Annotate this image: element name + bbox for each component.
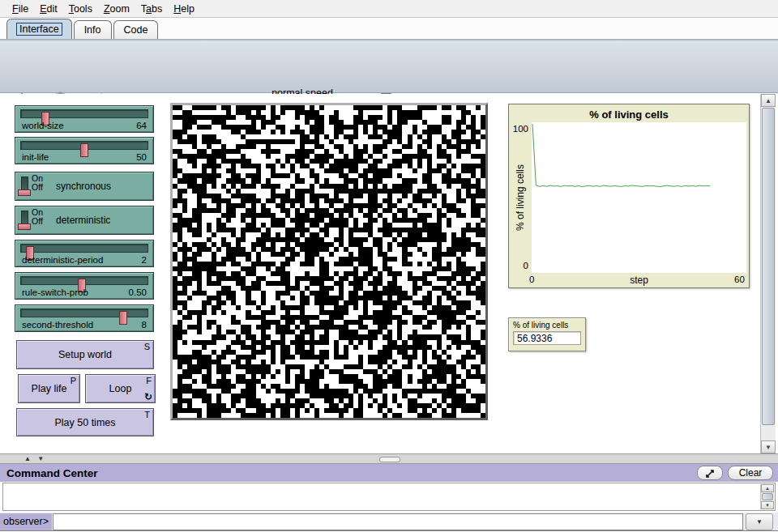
tab-bar: Interface Info Code: [0, 18, 778, 40]
monitor-label: % of living cells: [509, 318, 585, 330]
scrollbar-thumb[interactable]: [762, 108, 775, 425]
switch-knob[interactable]: [18, 223, 31, 230]
setup-world-button[interactable]: Setup world S: [16, 340, 154, 369]
splitter-handle[interactable]: [379, 457, 400, 462]
up-arrow-icon: ▲: [765, 97, 772, 104]
forever-icon: ↻: [144, 391, 152, 402]
netlogo-window: File Edit Tools Zoom Tabs Help Interface…: [0, 0, 778, 532]
plot-area: [532, 122, 746, 273]
command-center-splitter[interactable]: ▲ ▼: [0, 453, 778, 464]
slider-second-threshold[interactable]: second-threshold8: [15, 304, 154, 332]
chevron-down-icon: ▼: [756, 518, 763, 526]
plot-y-axis-label: % of living cells: [515, 122, 526, 273]
interface-vertical-scrollbar[interactable]: ▲ ▼: [760, 94, 776, 453]
play-life-button[interactable]: Play life P: [18, 374, 80, 403]
plot-title: % of living cells: [509, 109, 749, 121]
play-50-times-button[interactable]: Play 50 times T: [16, 408, 154, 436]
slider-world-size[interactable]: world-size64: [15, 105, 154, 133]
switch-synchronous[interactable]: OnOff synchronous: [15, 172, 154, 201]
menu-edit[interactable]: Edit: [34, 2, 63, 16]
menu-tools[interactable]: Tools: [63, 2, 98, 16]
monitor-living-cells: % of living cells 56.9336: [508, 317, 586, 351]
switch-deterministic[interactable]: OnOff deterministic: [15, 206, 154, 235]
export-output-button[interactable]: [697, 466, 723, 480]
plot-living-cells: % of living cells % of living cells 100 …: [508, 104, 750, 288]
menu-zoom[interactable]: Zoom: [98, 2, 135, 16]
tab-interface[interactable]: Interface: [6, 19, 72, 39]
scrollbar-thumb[interactable]: [762, 493, 773, 500]
tab-info[interactable]: Info: [74, 20, 112, 39]
clear-button[interactable]: Clear: [728, 466, 773, 480]
loop-button[interactable]: Loop F ↻: [85, 374, 156, 403]
action-key: P: [71, 376, 76, 385]
y-tick-100: 100: [509, 124, 528, 134]
command-center-header: Command Center Clear: [0, 464, 778, 482]
down-arrow-icon: ▼: [765, 503, 770, 508]
world-view-canvas[interactable]: [173, 105, 485, 418]
tab-code[interactable]: Code: [113, 20, 159, 39]
scroll-down-button[interactable]: ▼: [761, 501, 774, 509]
command-center-title: Command Center: [0, 467, 697, 479]
command-input[interactable]: [53, 513, 743, 530]
slider-deterministic-period[interactable]: deterministic-period2: [15, 240, 154, 267]
command-center-output: ▲ ▼: [2, 483, 776, 511]
scroll-up-button[interactable]: ▲: [761, 484, 774, 492]
monitor-value: 56.9336: [513, 331, 581, 345]
slider-init-life[interactable]: init-life50: [15, 137, 154, 164]
output-scrollbar[interactable]: ▲ ▼: [760, 484, 774, 509]
action-key: S: [144, 342, 150, 351]
scroll-up-button[interactable]: ▲: [761, 94, 776, 107]
switch-knob[interactable]: [18, 189, 31, 196]
command-history-dropdown[interactable]: ▼: [746, 513, 773, 530]
action-key: F: [146, 376, 152, 385]
scroll-down-button[interactable]: ▼: [761, 440, 776, 453]
up-arrow-icon: ▲: [765, 486, 770, 491]
world-view[interactable]: [170, 103, 488, 420]
y-tick-0: 0: [509, 261, 528, 270]
expand-icon: [705, 469, 715, 479]
splitter-arrows-icon[interactable]: ▲ ▼: [24, 455, 46, 462]
interface-canvas: world-size64 init-life50 OnOff synchrono…: [0, 94, 778, 453]
action-key: T: [144, 410, 150, 419]
menu-tabs[interactable]: Tabs: [135, 2, 168, 16]
slider-rule-switch-prob[interactable]: rule-switch-prob0.50: [15, 272, 154, 300]
menu-file[interactable]: File: [6, 2, 34, 16]
menu-bar: File Edit Tools Zoom Tabs Help: [0, 0, 778, 18]
down-arrow-icon: ▼: [765, 444, 772, 451]
observer-prompt: observer>: [0, 513, 52, 530]
plot-x-axis-label: step: [532, 275, 746, 286]
menu-help[interactable]: Help: [168, 2, 200, 16]
command-center-input-row: observer> ▼: [0, 513, 778, 531]
interface-toolbar: Edit Delete + Add abc Button ▼ normal sp…: [0, 40, 778, 93]
